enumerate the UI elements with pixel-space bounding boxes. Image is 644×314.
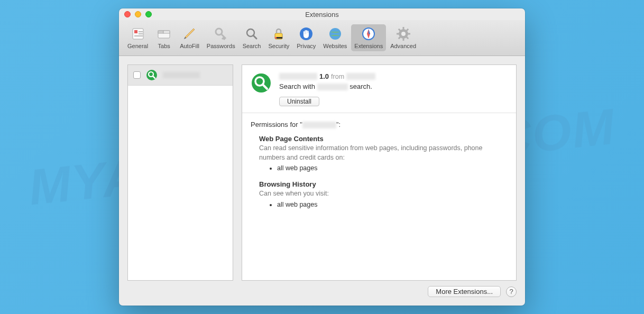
extension-list-item[interactable] — [128, 65, 233, 86]
detail-header: 1.0 from Search with search. Uninstall — [242, 65, 516, 113]
svg-rect-20 — [402, 38, 404, 41]
preferences-toolbar: General Tabs AutoFill Passwords Search — [119, 20, 525, 56]
tab-general[interactable]: General — [124, 24, 151, 51]
tab-label: Security — [268, 43, 289, 49]
autofill-icon — [182, 26, 197, 41]
footer: More Extensions... ? — [127, 281, 517, 297]
svg-rect-3 — [139, 33, 143, 34]
lock-icon — [271, 26, 286, 41]
content-area: 1.0 from Search with search. Uninstall — [119, 56, 525, 306]
tab-label: Extensions — [354, 43, 383, 49]
extension-icon — [146, 69, 158, 81]
permission-item: all web pages — [277, 164, 508, 172]
extension-detail-panel: 1.0 from Search with search. Uninstall — [242, 64, 517, 281]
extension-title-row: 1.0 from — [279, 72, 508, 80]
tab-security[interactable]: Security — [265, 24, 292, 51]
key-icon — [214, 26, 228, 41]
svg-rect-22 — [408, 33, 410, 35]
svg-rect-21 — [397, 33, 399, 35]
svg-rect-19 — [402, 27, 404, 30]
svg-rect-4 — [134, 35, 143, 36]
permissions-section: Permissions for "": Web Page Contents Ca… — [242, 113, 516, 280]
tab-search[interactable]: Search — [240, 24, 264, 51]
extension-description: Search with search. — [279, 82, 508, 90]
gear-icon — [396, 26, 411, 41]
extension-version: 1.0 — [319, 72, 329, 80]
extension-search-name-redacted — [317, 84, 348, 90]
maximize-button[interactable] — [145, 11, 152, 17]
tab-privacy[interactable]: Privacy — [293, 24, 319, 51]
extensions-list — [127, 64, 233, 281]
tab-extensions[interactable]: Extensions — [351, 24, 386, 51]
tabs-icon — [157, 26, 171, 41]
close-button[interactable] — [124, 11, 131, 17]
minimize-button[interactable] — [135, 11, 141, 17]
svg-rect-12 — [275, 37, 277, 39]
titlebar: Extensions — [119, 8, 525, 20]
tab-label: Tabs — [158, 43, 170, 49]
extension-name-redacted — [279, 73, 317, 80]
tab-label: Passwords — [207, 43, 235, 49]
extension-author-redacted — [346, 73, 375, 80]
preferences-window: Extensions General Tabs AutoFill Passwor… — [119, 8, 525, 306]
tab-label: Advanced — [390, 43, 416, 49]
svg-point-18 — [401, 32, 406, 36]
tab-label: AutoFill — [180, 43, 199, 49]
more-extensions-button[interactable]: More Extensions... — [428, 286, 501, 297]
hand-icon — [299, 26, 314, 41]
svg-rect-2 — [139, 31, 143, 32]
permission-description: Can see when you visit: — [259, 189, 508, 199]
svg-rect-6 — [158, 31, 163, 33]
traffic-lights — [124, 11, 152, 17]
help-button[interactable]: ? — [506, 287, 517, 297]
svg-point-14 — [329, 28, 341, 40]
permission-item: all web pages — [277, 201, 508, 208]
uninstall-button[interactable]: Uninstall — [279, 97, 319, 106]
search-icon — [244, 26, 259, 41]
tab-label: Websites — [323, 43, 347, 49]
extension-name-redacted — [163, 72, 200, 78]
compass-icon — [361, 26, 376, 41]
permissions-name-redacted — [302, 122, 336, 128]
tab-label: Privacy — [297, 43, 316, 49]
permission-heading: Browsing History — [259, 180, 508, 188]
svg-point-27 — [146, 70, 157, 80]
tab-label: Search — [243, 43, 261, 49]
svg-point-29 — [252, 73, 271, 93]
globe-icon — [328, 26, 343, 41]
tab-autofill[interactable]: AutoFill — [177, 24, 203, 51]
extension-enable-checkbox[interactable] — [133, 71, 141, 79]
tab-label: General — [127, 43, 148, 49]
permission-description: Can read sensitive information from web … — [259, 144, 508, 162]
permission-heading: Web Page Contents — [259, 135, 508, 143]
extension-icon-large — [251, 72, 272, 94]
permissions-title: Permissions for "": — [251, 121, 508, 128]
permission-web-page-contents: Web Page Contents Can read sensitive inf… — [251, 135, 508, 172]
tab-passwords[interactable]: Passwords — [204, 24, 238, 51]
window-title: Extensions — [123, 11, 521, 19]
tab-advanced[interactable]: Advanced — [387, 24, 419, 51]
tab-websites[interactable]: Websites — [320, 24, 350, 51]
svg-rect-7 — [163, 31, 170, 33]
general-icon — [131, 26, 145, 41]
tab-tabs[interactable]: Tabs — [152, 24, 176, 51]
permission-browsing-history: Browsing History Can see when you visit:… — [251, 180, 508, 208]
svg-rect-1 — [134, 30, 137, 33]
from-label: from — [331, 73, 344, 80]
